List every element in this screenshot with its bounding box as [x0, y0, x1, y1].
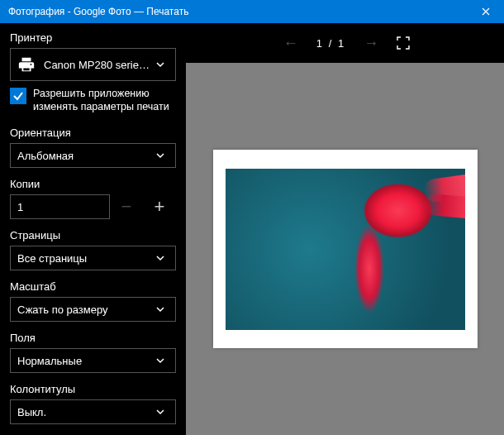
titlebar: Фотография - Google Фото — Печатать	[0, 0, 504, 23]
margins-label: Поля	[10, 332, 176, 344]
copies-decrement-button: −	[110, 194, 143, 219]
preview-header: ← 1 / 1 →	[186, 23, 504, 63]
preview-photo	[226, 169, 465, 330]
headers-footers-label: Колонтитулы	[10, 383, 176, 395]
copies-label: Копии	[10, 178, 176, 190]
printer-select[interactable]: Canon MP280 series Printer	[10, 48, 176, 81]
orientation-group: Ориентация Альбомная	[10, 127, 176, 168]
preview-area: ← 1 / 1 →	[186, 23, 504, 435]
scale-select[interactable]: Сжать по размеру	[10, 297, 176, 322]
preview-page	[213, 150, 478, 348]
copies-value: 1	[17, 201, 23, 213]
copies-input[interactable]: 1	[10, 194, 110, 219]
window-title: Фотография - Google Фото — Печатать	[8, 6, 467, 17]
scale-label: Масштаб	[10, 280, 176, 293]
page-indicator: 1 / 1	[316, 37, 345, 50]
printer-label: Принтер	[10, 31, 176, 44]
dialog-content: Принтер Canon MP280 series Printer Разре…	[0, 23, 504, 435]
orientation-label: Ориентация	[10, 127, 176, 139]
orientation-value: Альбомная	[17, 150, 152, 162]
chevron-down-icon	[152, 407, 169, 417]
checkbox-checked-icon	[10, 88, 26, 104]
margins-value: Нормальные	[17, 355, 152, 367]
next-page-button: →	[360, 31, 382, 55]
chevron-down-icon	[152, 304, 169, 314]
chevron-down-icon	[152, 253, 169, 263]
pages-group: Страницы Все страницы	[10, 229, 176, 270]
margins-select[interactable]: Нормальные	[10, 348, 176, 373]
fit-to-screen-button[interactable]	[397, 36, 410, 50]
printer-name: Canon MP280 series Printer	[44, 59, 152, 71]
chevron-down-icon	[152, 151, 169, 160]
allow-app-change-checkbox[interactable]: Разрешить приложению изменять параметры …	[10, 88, 176, 113]
pages-value: Все страницы	[17, 252, 152, 265]
headers-footers-value: Выкл.	[17, 406, 152, 418]
window-close-button[interactable]	[467, 0, 504, 23]
fit-icon	[397, 36, 410, 50]
margins-group: Поля Нормальные	[10, 332, 176, 373]
prev-page-button: ←	[280, 31, 302, 55]
scale-group: Масштаб Сжать по размеру	[10, 280, 176, 322]
copies-increment-button[interactable]: +	[143, 194, 176, 219]
scale-value: Сжать по размеру	[17, 304, 152, 316]
preview-body	[186, 63, 504, 435]
copies-group: Копии 1 − +	[10, 178, 176, 219]
orientation-select[interactable]: Альбомная	[10, 143, 176, 168]
print-options-panel: Принтер Canon MP280 series Printer Разре…	[0, 23, 186, 435]
allow-app-change-label: Разрешить приложению изменять параметры …	[33, 88, 176, 113]
chevron-down-icon	[152, 60, 169, 69]
printer-icon	[17, 55, 36, 74]
pages-label: Страницы	[10, 229, 176, 241]
printer-group: Принтер Canon MP280 series Printer Разре…	[10, 31, 176, 117]
close-icon	[482, 7, 490, 16]
chevron-down-icon	[152, 356, 169, 366]
headers-footers-select[interactable]: Выкл.	[10, 399, 176, 424]
headers-footers-group: Колонтитулы Выкл.	[10, 383, 176, 424]
pages-select[interactable]: Все страницы	[10, 246, 176, 270]
